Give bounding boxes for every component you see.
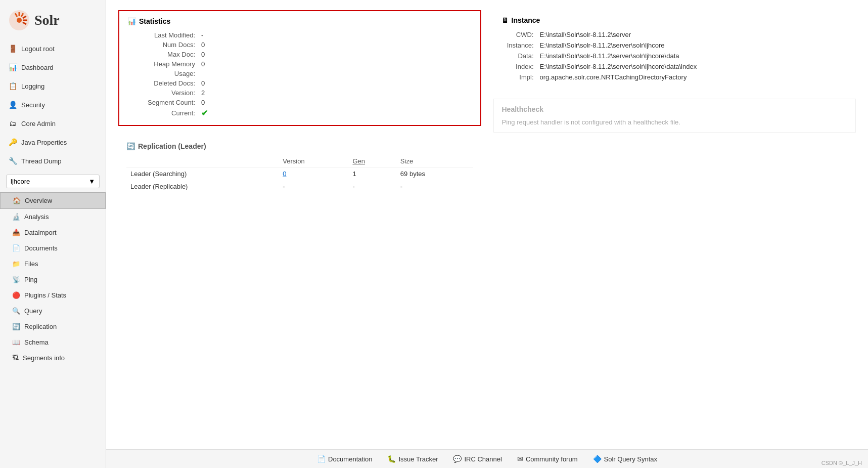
core-nav-label-analysis: Analysis [24, 213, 49, 221]
instance-label-cwd: CWD: [501, 29, 537, 40]
community-forum-icon: ✉ [517, 455, 523, 463]
core-nav-item-documents[interactable]: 📄 Documents [0, 240, 106, 256]
footer-label-issue-tracker: Issue Tracker [398, 455, 438, 463]
overview-icon: 🏠 [13, 197, 21, 204]
irc-channel-icon: 💬 [453, 455, 462, 463]
stat-row-deleted-docs: Deleted Docs: 0 [127, 78, 472, 88]
logo-area: Solr [0, 0, 106, 39]
main-content: 📊 Statistics Last Modified: - Num Docs: … [106, 0, 868, 468]
stat-value-deleted-docs: 0 [198, 78, 472, 88]
analysis-icon: 🔬 [12, 213, 20, 221]
instance-value-data: E:\install\Solr\solr-8.11.2\server\solr\… [537, 51, 848, 61]
thread-dump-icon: 🔧 [8, 156, 17, 165]
replication-gen-replicable: - [348, 180, 396, 193]
security-icon: 👤 [8, 100, 17, 109]
nav-label-logout: Logout root [21, 45, 55, 53]
footer-link-solr-query-syntax[interactable]: 🔷 Solr Query Syntax [593, 455, 658, 463]
solr-logo-icon [8, 9, 30, 31]
logging-icon: 📋 [8, 81, 17, 91]
sidebar: Solr 🚪 Logout root 📊 Dashboard 📋 Logging… [0, 0, 106, 468]
footer: 📄 Documentation 🐛 Issue Tracker 💬 IRC Ch… [106, 449, 868, 468]
footer-link-issue-tracker[interactable]: 🐛 Issue Tracker [387, 455, 438, 463]
instance-value-instance: E:\install\Solr\solr-8.11.2\server\solr\… [537, 40, 848, 51]
right-panel: 🖥 Instance CWD: E:\install\Solr\solr-8.1… [493, 10, 856, 439]
nav-label-dashboard: Dashboard [21, 64, 54, 71]
core-nav-item-analysis[interactable]: 🔬 Analysis [0, 209, 106, 225]
core-nav-item-dataimport[interactable]: 📥 Dataimport [0, 225, 106, 240]
solr-logo[interactable]: Solr [8, 9, 60, 31]
replication-row-searching: Leader (Searching) 0 1 69 bytes [126, 167, 473, 181]
nav-item-logout[interactable]: 🚪 Logout root [0, 39, 106, 58]
core-nav-item-replication[interactable]: 🔄 Replication [0, 319, 106, 334]
schema-icon: 📖 [12, 338, 20, 346]
replication-icon: 🔄 [12, 323, 20, 330]
instance-row-data: Data: E:\install\Solr\solr-8.11.2\server… [501, 51, 848, 61]
footer-link-documentation[interactable]: 📄 Documentation [317, 455, 372, 463]
instance-label-impl: Impl: [501, 72, 537, 82]
instance-label-index: Index: [501, 61, 537, 72]
replication-col-size: Size [396, 155, 473, 167]
core-nav-item-plugins-stats[interactable]: 🔴 Plugins / Stats [0, 287, 106, 303]
statistics-title-text: Statistics [139, 17, 170, 25]
stat-value-last-modified: - [198, 30, 472, 40]
instance-title-text: Instance [512, 16, 540, 24]
replication-col-version: Version [279, 155, 348, 167]
nav-label-core-admin: Core Admin [21, 120, 56, 127]
replication-col-label [126, 155, 279, 167]
replication-table: Version Gen Size Leader (Searching) 0 1 [126, 155, 473, 193]
core-nav-item-ping[interactable]: 📡 Ping [0, 272, 106, 287]
nav-item-thread-dump[interactable]: 🔧 Thread Dump [0, 152, 106, 171]
nav-item-dashboard[interactable]: 📊 Dashboard [0, 58, 106, 77]
stat-value-segment-count: 0 [198, 98, 472, 107]
core-nav-item-query[interactable]: 🔍 Query [0, 303, 106, 319]
replication-gen-searching: 1 [348, 167, 396, 181]
stat-value-num-docs: 0 [198, 40, 472, 50]
stat-row-version: Version: 2 [127, 88, 472, 98]
current-checkmark: ✔ [201, 109, 208, 117]
dataimport-icon: 📥 [12, 229, 20, 236]
core-nav-item-schema[interactable]: 📖 Schema [0, 334, 106, 350]
healthcheck-box: Healthcheck Ping request handler is not … [493, 99, 856, 133]
footer-label-irc-channel: IRC Channel [464, 455, 501, 463]
nav-label-java-props: Java Properties [21, 139, 67, 146]
java-props-icon: 🔑 [8, 138, 17, 147]
stat-row-heap-memory: Heap Memory 0 [127, 59, 472, 69]
plugins-stats-icon: 🔴 [12, 291, 20, 299]
instance-row-instance: Instance: E:\install\Solr\solr-8.11.2\se… [501, 40, 848, 51]
stat-label-version: Version: [127, 88, 198, 98]
statistics-title: 📊 Statistics [127, 17, 472, 25]
core-nav-label-files: Files [24, 260, 38, 268]
core-selector-value: ljhcore [11, 178, 30, 185]
stat-label-segment-count: Segment Count: [127, 98, 198, 107]
instance-table: CWD: E:\install\Solr\solr-8.11.2\server … [501, 29, 848, 82]
nav-item-core-admin[interactable]: 🗂 Core Admin [0, 114, 106, 133]
replication-size-searching: 69 bytes [396, 167, 473, 181]
footer-link-irc-channel[interactable]: 💬 IRC Channel [453, 455, 501, 463]
core-nav-item-segments-info[interactable]: 🏗 Segments info [0, 350, 106, 366]
stat-row-last-modified: Last Modified: - [127, 30, 472, 40]
instance-icon: 🖥 [501, 16, 509, 24]
instance-value-index: E:\install\Solr\solr-8.11.2\server\solr\… [537, 61, 848, 72]
nav-item-java-props[interactable]: 🔑 Java Properties [0, 133, 106, 152]
core-nav-label-ping: Ping [24, 276, 37, 283]
instance-row-index: Index: E:\install\Solr\solr-8.11.2\serve… [501, 61, 848, 72]
nav-item-logging[interactable]: 📋 Logging [0, 77, 106, 96]
core-nav-label-schema: Schema [24, 338, 49, 346]
healthcheck-message: Ping request handler is not configured w… [502, 118, 848, 126]
healthcheck-title: Healthcheck [502, 105, 848, 113]
statistics-box: 📊 Statistics Last Modified: - Num Docs: … [118, 10, 481, 126]
core-nav-item-overview[interactable]: 🏠 Overview [0, 192, 106, 209]
stat-value-max-doc: 0 [198, 50, 472, 59]
content-area: 📊 Statistics Last Modified: - Num Docs: … [106, 0, 868, 449]
dashboard-icon: 📊 [8, 63, 17, 72]
core-nav-label-documents: Documents [24, 244, 58, 252]
core-selector[interactable]: ljhcore ▼ [6, 175, 100, 188]
core-nav-item-files[interactable]: 📁 Files [0, 256, 106, 272]
nav-item-security[interactable]: 👤 Security [0, 96, 106, 114]
footer-link-community-forum[interactable]: ✉ Community forum [517, 455, 578, 463]
replication-version-link[interactable]: 0 [283, 170, 286, 178]
stat-row-segment-count: Segment Count: 0 [127, 98, 472, 107]
core-nav-label-dataimport: Dataimport [24, 229, 57, 236]
documents-icon: 📄 [12, 244, 20, 252]
replication-version-replicable: - [279, 180, 348, 193]
